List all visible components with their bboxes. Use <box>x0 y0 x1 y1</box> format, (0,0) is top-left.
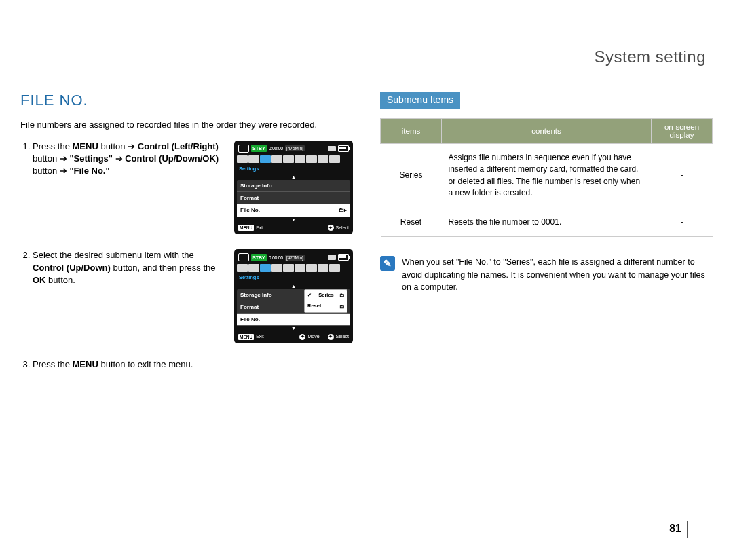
camera-icon <box>238 253 249 261</box>
step1-control-lr: Control (Left/Right) <box>138 141 219 151</box>
sd-card-icon <box>328 255 336 260</box>
select-label: Select <box>336 333 349 340</box>
page-number-divider <box>687 521 688 538</box>
page-header: System setting <box>20 48 713 71</box>
col-items: items <box>381 119 442 144</box>
section-title: FILE NO. <box>20 92 353 109</box>
step1-part-a: Press the <box>33 141 73 151</box>
sd-card-icon <box>328 146 336 151</box>
move-label: Move <box>307 333 319 340</box>
step3-part-a: Press the <box>33 359 73 369</box>
stby-badge: STBY <box>251 145 267 153</box>
step-3: Press the MENU button to exit the menu. <box>33 358 353 371</box>
table-row: Reset Resets the file number to 0001. - <box>381 208 713 236</box>
step1-part-b: button ➔ <box>98 141 138 151</box>
remain-time: [475Min] <box>285 145 305 151</box>
step1-part-c: button ➔ <box>33 153 69 164</box>
menu-item-format: Format <box>237 192 350 204</box>
two-column-layout: FILE NO. File numbers are assigned to re… <box>20 92 713 377</box>
flyout-reset: Reset🗀 <box>305 301 347 312</box>
page-number: 81 <box>669 523 681 535</box>
submenu-flyout: Series🗀 Reset🗀 <box>304 289 347 313</box>
flyout-series: Series🗀 <box>305 290 347 301</box>
camera-icon <box>238 145 249 153</box>
step1-settings: "Settings" <box>69 153 113 164</box>
page: System setting FILE NO. File numbers are… <box>20 0 713 377</box>
cell-series-content: Assigns file numbers in sequence even if… <box>442 144 652 208</box>
right-column: Submenu Items items contents on-screen d… <box>366 92 713 377</box>
camera-screenshot-2: STBY 0:00:00 [475Min] Settings <box>234 249 353 352</box>
step1-part-d: ➔ <box>113 153 125 164</box>
menu-label-settings: Settings <box>237 164 350 175</box>
cell-series-name: Series <box>381 144 442 208</box>
menu-item-fileno-highlighted: File No.🗀▸ <box>237 204 350 217</box>
cell-reset-osd: - <box>652 208 713 236</box>
timecode: 0:00:00 <box>269 255 283 261</box>
note-icon: ✎ <box>380 256 395 271</box>
move-dot-icon: ✦ <box>299 334 305 340</box>
step-2: Select the desired submenu item with the… <box>33 249 353 352</box>
submenu-items-heading: Submenu Items <box>380 92 460 109</box>
col-osd: on-screen display <box>652 119 713 144</box>
remain-time: [475Min] <box>285 255 305 261</box>
cell-reset-name: Reset <box>381 208 442 236</box>
battery-icon <box>338 145 349 152</box>
select-dot-icon: ✦ <box>328 334 334 340</box>
select-dot-icon: ✦ <box>328 225 334 231</box>
instruction-steps: Press the MENU button ➔ Control (Left/Ri… <box>20 141 353 371</box>
step1-part-e: button ➔ <box>33 166 69 176</box>
folder-icon: 🗀 <box>339 303 344 310</box>
menu-item-fileno-highlighted: File No. <box>237 314 350 326</box>
col-contents: contents <box>442 119 652 144</box>
step-1: Press the MENU button ➔ Control (Left/Ri… <box>33 141 353 243</box>
table-row: Series Assigns file numbers in sequence … <box>381 144 713 208</box>
battery-icon <box>338 254 349 261</box>
exit-label: Exit <box>256 225 264 231</box>
stby-badge: STBY <box>251 254 267 262</box>
intro-text: File numbers are assigned to recorded fi… <box>20 119 353 131</box>
step2-part-c: button. <box>46 275 75 285</box>
folder-icon: 🗀 <box>339 292 344 299</box>
step2-part-b: button, and then press the <box>111 263 216 273</box>
menu-chip: MENU <box>238 225 254 231</box>
note-callout: ✎ When you set "File No." to "Series", e… <box>380 256 713 294</box>
cell-reset-content: Resets the file number to 0001. <box>442 208 652 236</box>
step3-part-b: button to exit the menu. <box>98 359 193 369</box>
submenu-table: items contents on-screen display Series … <box>380 118 713 237</box>
step2-part-a: Select the desired submenu item with the <box>33 250 194 260</box>
step2-control: Control (Up/Down) <box>33 263 111 273</box>
note-text: When you set "File No." to "Series", eac… <box>402 256 713 294</box>
left-column: FILE NO. File numbers are assigned to re… <box>20 92 366 377</box>
step1-fileno: "File No." <box>69 166 109 176</box>
timecode: 0:00:00 <box>269 145 283 152</box>
step1-control-ud: Control (Up/Down/OK) <box>125 153 219 164</box>
camera-screenshot-1: STBY 0:00:00 [475Min] Settings <box>234 141 353 243</box>
cell-series-osd: - <box>652 144 713 208</box>
step2-ok: OK <box>33 275 46 285</box>
menu-item-storage-info: Storage Info <box>237 180 350 192</box>
menu-label-settings: Settings <box>237 273 350 284</box>
folder-icon: 🗀▸ <box>339 206 347 214</box>
menu-chip: MENU <box>238 334 254 340</box>
step1-menu: MENU <box>73 141 98 151</box>
select-label: Select <box>336 225 349 231</box>
exit-label: Exit <box>256 333 264 340</box>
step3-menu: MENU <box>73 359 98 369</box>
